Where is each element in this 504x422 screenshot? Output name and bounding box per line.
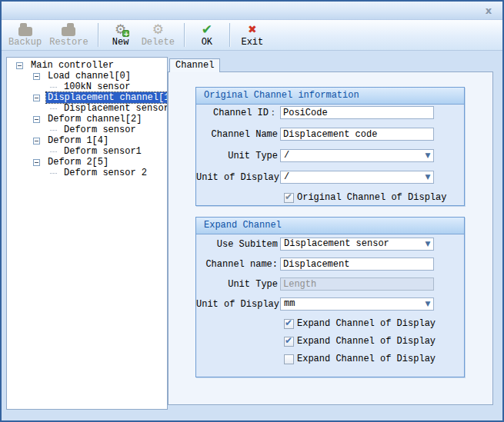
channel-id-row: Channel ID： — [196, 106, 464, 119]
tree-item-displacement-channel[interactable]: Displacement channel[1] — [7, 92, 167, 103]
original-display-checkbox-row: ✔ Original Channel of Display — [196, 193, 464, 203]
expand-display-checkbox-1[interactable]: ✔ — [284, 319, 294, 329]
unit-of-display-row: Unit of Display / ▼ — [196, 171, 464, 184]
title-bar: x — [2, 2, 502, 20]
unit-type-row: Unit Type / ▼ — [196, 149, 464, 162]
expand-unit-type-label: Unit Type — [196, 279, 278, 290]
plus-badge-icon: + — [122, 30, 129, 37]
collapse-icon[interactable] — [33, 95, 40, 101]
expand-display-checkbox-row-2: ✔ Expand Channel of Display — [196, 337, 464, 347]
collapse-icon[interactable] — [33, 73, 40, 80]
unit-of-display-label: Unit of Display — [196, 172, 278, 183]
tree-connector — [50, 173, 57, 174]
tree-item-100kn-sensor[interactable]: 100kN sensor — [7, 81, 167, 92]
expand-unit-type-row: Unit Type — [196, 277, 464, 291]
checkmark-icon: ✔ — [285, 335, 292, 346]
backup-button-label: Backup — [8, 37, 42, 48]
x-icon: ✖ — [248, 23, 257, 35]
channel-tab-panel: Original Channel information Channel ID：… — [168, 71, 493, 405]
expand-unit-display-label: Unit of Display — [196, 299, 278, 310]
expand-display-checkbox-row-3: ✔ Expand Channel of Display — [196, 354, 464, 364]
expand-channel-name-label: Channel name: — [196, 259, 278, 270]
tree-connector — [50, 87, 57, 88]
delete-button-label: Delete — [142, 37, 175, 48]
expand-display-checkbox-row-1: ✔ Expand Channel of Display — [196, 319, 464, 329]
expand-channel-name-field[interactable] — [280, 258, 434, 271]
expand-display-checkbox-3-label: Expand Channel of Display — [297, 354, 436, 364]
channel-config-dialog: x Backup Restore ⚙+ New ⚙ Delete ✔ OK — [0, 0, 504, 422]
tree-connector — [50, 130, 57, 131]
tree-item-deform-sensor[interactable]: Deform sensor — [7, 125, 167, 135]
expand-display-checkbox-3[interactable]: ✔ — [284, 354, 294, 364]
tree-item-deform-sensor1[interactable]: Deform sensor1 — [7, 146, 167, 157]
expand-display-checkbox-2-label: Expand Channel of Display — [297, 337, 436, 347]
expand-channel-group: Expand Channel Use Subitem Displacement … — [195, 217, 465, 377]
tree-item-deform-sensor-2[interactable]: Deform sensor 2 — [7, 168, 167, 178]
channel-id-label: Channel ID： — [196, 106, 278, 119]
checkmark-icon: ✔ — [285, 317, 292, 328]
unit-type-label: Unit Type — [196, 151, 278, 161]
restore-drive-icon — [62, 27, 75, 36]
expand-display-checkbox-2[interactable]: ✔ — [284, 337, 294, 347]
close-icon[interactable]: x — [482, 5, 495, 17]
restore-button-label: Restore — [49, 37, 88, 48]
backup-drive-icon — [18, 27, 32, 36]
check-icon: ✔ — [202, 22, 212, 37]
toolbar-separator — [184, 23, 185, 47]
tab-channel-label: Channel — [175, 60, 214, 71]
expand-channel-group-title: Expand Channel — [196, 218, 464, 234]
use-subitem-label: Use Subitem — [196, 239, 278, 250]
chevron-down-icon: ▼ — [422, 171, 433, 183]
expand-channel-name-row: Channel name: — [196, 258, 464, 271]
toolbar-separator — [229, 23, 230, 47]
collapse-icon[interactable] — [16, 62, 23, 69]
expand-unit-display-row: Unit of Display mm ▼ — [196, 297, 464, 311]
new-button[interactable]: ⚙+ New — [104, 20, 138, 50]
tree-connector — [50, 108, 57, 109]
tab-channel[interactable]: Channel — [169, 58, 220, 72]
tree-item-displacement-sensor[interactable]: Displacement sensor — [7, 103, 167, 114]
unit-type-select[interactable]: / ▼ — [280, 149, 434, 162]
original-channel-group-title: Original Channel information — [196, 88, 464, 105]
toolbar: Backup Restore ⚙+ New ⚙ Delete ✔ OK ✖ Ex… — [2, 20, 502, 51]
collapse-icon[interactable] — [33, 138, 40, 145]
original-channel-group: Original Channel information Channel ID：… — [195, 87, 465, 206]
original-display-checkbox-label: Original Channel of Display — [297, 193, 446, 203]
channel-tree: Main controller Load channel[0] 100kN se… — [6, 57, 168, 410]
tree-item-load-channel[interactable]: Load channel[0] — [7, 71, 167, 81]
unit-of-display-select[interactable]: / ▼ — [280, 171, 434, 184]
expand-display-checkbox-1-label: Expand Channel of Display — [297, 319, 436, 329]
chevron-down-icon: ▼ — [422, 298, 433, 310]
exit-button-label: Exit — [241, 37, 263, 48]
toolbar-separator — [98, 23, 98, 47]
tree-item-deform-1[interactable]: Deform 1[4] — [7, 135, 167, 146]
ok-button[interactable]: ✔ OK — [190, 20, 224, 50]
delete-button[interactable]: ⚙ Delete — [138, 20, 179, 50]
channel-name-label: Channel Name — [196, 129, 278, 140]
gear-icon: ⚙ — [152, 22, 164, 36]
exit-button[interactable]: ✖ Exit — [235, 20, 269, 50]
collapse-icon[interactable] — [33, 159, 40, 166]
channel-name-row: Channel Name — [196, 128, 464, 141]
tree-item-main-controller[interactable]: Main controller — [7, 60, 167, 71]
chevron-down-icon: ▼ — [422, 238, 433, 250]
original-display-checkbox[interactable]: ✔ — [284, 193, 294, 203]
tree-item-deform-2[interactable]: Deform 2[5] — [7, 157, 167, 168]
chevron-down-icon: ▼ — [422, 150, 433, 161]
use-subitem-select[interactable]: Displacement sensor ▼ — [280, 238, 434, 251]
gear-plus-icon: ⚙+ — [115, 22, 126, 36]
channel-name-field[interactable] — [280, 128, 434, 141]
expand-unit-type-field — [280, 277, 434, 291]
restore-button[interactable]: Restore — [45, 20, 92, 50]
collapse-icon[interactable] — [33, 116, 40, 123]
new-button-label: New — [112, 37, 129, 48]
ok-button-label: OK — [202, 37, 212, 48]
tree-item-deform-channel[interactable]: Deform channel[2] — [7, 114, 167, 125]
use-subitem-row: Use Subitem Displacement sensor ▼ — [196, 238, 464, 251]
checkmark-icon: ✔ — [285, 191, 292, 202]
channel-id-field[interactable] — [280, 106, 434, 119]
expand-unit-display-select[interactable]: mm ▼ — [280, 297, 434, 311]
tree-connector — [50, 151, 57, 152]
backup-button[interactable]: Backup — [5, 20, 45, 50]
